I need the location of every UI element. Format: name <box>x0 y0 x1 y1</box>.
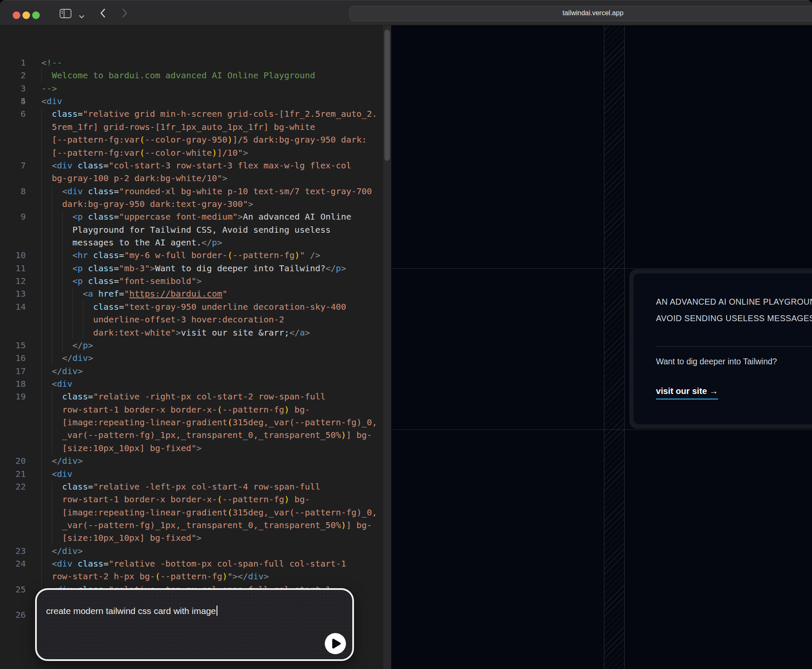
browser-titlebar: tailwindai.vercel.app <box>0 0 812 25</box>
card-heading-line1: AN ADVANCED AI ONLINE PLAYGROUND FOR TAI… <box>656 297 812 307</box>
preview-row-divider-top <box>391 268 812 269</box>
preview-row-divider-bottom <box>391 429 812 430</box>
url-text: tailwindai.vercel.app <box>532 9 654 17</box>
prompt-input[interactable]: create modern tailwind css card with ima… <box>46 605 217 617</box>
card-question: Want to dig deeper into Tailwind? <box>656 357 777 366</box>
play-icon <box>325 633 346 654</box>
card-wrapper: AN ADVANCED AI ONLINE PLAYGROUND FOR TAI… <box>629 269 812 429</box>
hatched-column <box>604 25 625 669</box>
chevron-down-icon[interactable] <box>79 13 85 20</box>
browser-window: tailwindai.vercel.app 1<!--2Welcome to b… <box>0 0 812 669</box>
card-divider <box>656 346 812 347</box>
submit-prompt-button[interactable] <box>325 633 346 654</box>
visit-site-link[interactable]: visit our site → <box>656 386 718 399</box>
text-cursor <box>217 606 217 616</box>
forward-icon[interactable] <box>122 8 128 19</box>
ai-prompt-box[interactable]: create modern tailwind css card with ima… <box>35 588 354 661</box>
close-window-button[interactable] <box>13 11 20 19</box>
sidebar-toggle-icon[interactable] <box>59 8 72 21</box>
minimize-window-button[interactable] <box>22 11 30 19</box>
url-bar[interactable]: tailwindai.vercel.app <box>349 6 812 21</box>
code-editor[interactable]: 1<!--2Welcome to bardui.com advanced AI … <box>0 25 391 669</box>
back-icon[interactable] <box>100 8 106 19</box>
card-heading-line2: AVOID SENDING USELESS MESSAGES TO THE AI… <box>656 314 812 323</box>
preview-card <box>634 273 812 424</box>
code-lines: 1<!--2Welcome to bardui.com advanced AI … <box>0 56 391 622</box>
preview-pane: AN ADVANCED AI ONLINE PLAYGROUND FOR TAI… <box>391 25 812 669</box>
editor-scrollbar-thumb[interactable] <box>384 30 390 161</box>
fullscreen-window-button[interactable] <box>32 11 40 19</box>
